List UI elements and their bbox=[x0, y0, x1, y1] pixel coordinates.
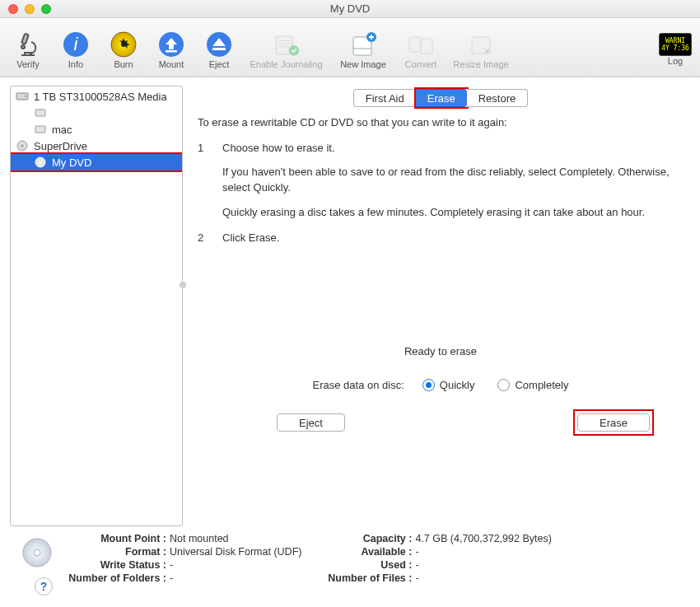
erase-options: Erase data on disc: Quickly Completely bbox=[191, 379, 690, 391]
enable-journaling-button: Enable Journaling bbox=[247, 30, 325, 69]
tab-restore[interactable]: Restore bbox=[467, 89, 529, 107]
journal-icon bbox=[272, 30, 301, 59]
resize-image-button: Resize Image bbox=[449, 30, 513, 69]
sidebar: 1 TB ST31000528AS Media mac bbox=[10, 86, 183, 526]
mount-label: Mount bbox=[159, 59, 184, 69]
tree-item-mydvd[interactable]: My DVD bbox=[11, 154, 182, 170]
resize-image-label: Resize Image bbox=[453, 59, 508, 69]
step-1a: If you haven't been able to save to or r… bbox=[198, 165, 687, 196]
tree-item-label: SuperDrive bbox=[34, 140, 87, 152]
info-col-1: Mount Point :Not mounted Format :Univers… bbox=[59, 533, 301, 599]
svg-rect-7 bbox=[166, 50, 177, 53]
eject-disc-button[interactable]: Eject bbox=[277, 413, 345, 432]
ready-label: Ready to erase bbox=[191, 345, 690, 357]
burn-label: Burn bbox=[114, 59, 133, 69]
svg-point-27 bbox=[40, 161, 42, 164]
tree-item-volume[interactable] bbox=[11, 105, 182, 121]
info-col-2: Capacity :4.7 GB (4,700,372,992 Bytes) A… bbox=[320, 533, 551, 599]
new-image-icon bbox=[348, 30, 378, 59]
convert-button: Convert bbox=[401, 30, 441, 69]
window-controls bbox=[0, 4, 51, 14]
volume-icon bbox=[34, 106, 47, 119]
erase-radio-label: Erase data on disc: bbox=[313, 379, 404, 391]
svg-rect-23 bbox=[35, 126, 45, 133]
info-button[interactable]: i Info bbox=[56, 30, 96, 69]
step-1b: Quickly erasing a disc takes a few minut… bbox=[198, 205, 687, 221]
svg-point-21 bbox=[25, 96, 26, 97]
burn-icon bbox=[109, 30, 138, 59]
svg-rect-22 bbox=[35, 110, 45, 116]
log-label: Log bbox=[668, 56, 683, 66]
svg-rect-18 bbox=[421, 39, 432, 54]
verify-button[interactable]: Verify bbox=[8, 30, 48, 69]
radio-icon bbox=[422, 379, 435, 391]
titlebar: My DVD bbox=[0, 0, 700, 18]
eject-icon bbox=[204, 30, 234, 59]
tree-item-superdrive[interactable]: SuperDrive bbox=[11, 138, 182, 154]
mount-button[interactable]: Mount bbox=[152, 30, 191, 69]
svg-rect-9 bbox=[212, 48, 226, 50]
tree-item-label: mac bbox=[52, 124, 72, 136]
enable-journaling-label: Enable Journaling bbox=[250, 59, 322, 69]
toolbar: Verify i Info Burn Mount Eject bbox=[0, 18, 700, 77]
erase-disc-button[interactable]: Erase bbox=[577, 413, 650, 432]
svg-point-1 bbox=[21, 45, 25, 49]
action-buttons: Eject Erase bbox=[191, 411, 690, 434]
eject-button[interactable]: Eject bbox=[199, 30, 239, 69]
panes: 1 TB ST31000528AS Media mac bbox=[10, 86, 690, 526]
volume-icon bbox=[34, 123, 47, 136]
hdd-icon bbox=[16, 90, 29, 103]
info-icon: i bbox=[61, 30, 91, 59]
svg-point-25 bbox=[21, 145, 24, 147]
erase-button-highlight: Erase bbox=[575, 411, 652, 434]
mount-icon bbox=[156, 30, 186, 59]
log-icon: WARNI 4Y 7:36 bbox=[659, 33, 692, 56]
tab-erase-highlight: Erase bbox=[416, 89, 467, 107]
tree-item-mac[interactable]: mac bbox=[11, 121, 182, 138]
app-window: My DVD Verify i Info Burn Mount bbox=[0, 0, 700, 607]
tab-bar: First Aid Erase Restore bbox=[191, 89, 690, 107]
main-panel: First Aid Erase Restore To erase a rewri… bbox=[191, 86, 690, 526]
eject-label: Eject bbox=[209, 59, 229, 69]
step-1: 1 Choose how to erase it. bbox=[198, 141, 687, 156]
radio-completely[interactable]: Completely bbox=[497, 379, 568, 391]
new-image-button[interactable]: New Image bbox=[334, 30, 393, 69]
tab-erase[interactable]: Erase bbox=[416, 89, 467, 107]
tree-item-hdd[interactable]: 1 TB ST31000528AS Media bbox=[11, 88, 182, 105]
disc-icon bbox=[34, 156, 47, 169]
tree-item-label: My DVD bbox=[52, 156, 91, 169]
help-button[interactable]: ? bbox=[35, 577, 53, 595]
verify-label: Verify bbox=[16, 59, 40, 69]
svg-point-5 bbox=[121, 42, 126, 47]
radio-icon bbox=[497, 379, 510, 391]
svg-point-29 bbox=[34, 549, 40, 556]
erase-instructions: To erase a rewritable CD or DVD so that … bbox=[191, 115, 690, 254]
info-label: Info bbox=[68, 59, 83, 69]
step-2: 2 Click Erase. bbox=[198, 231, 687, 246]
body: 1 TB ST31000528AS Media mac bbox=[0, 77, 700, 607]
convert-label: Convert bbox=[405, 59, 437, 69]
svg-rect-0 bbox=[21, 33, 29, 44]
radio-quickly[interactable]: Quickly bbox=[422, 379, 475, 391]
intro-text: To erase a rewritable CD or DVD so that … bbox=[198, 115, 687, 131]
svg-rect-17 bbox=[409, 37, 421, 52]
zoom-icon[interactable] bbox=[41, 4, 51, 14]
disk-info: Mount Point :Not mounted Format :Univers… bbox=[10, 526, 690, 602]
minimize-icon[interactable] bbox=[25, 4, 35, 14]
burn-button[interactable]: Burn bbox=[104, 30, 143, 69]
tree-item-label: 1 TB ST31000528AS Media bbox=[34, 91, 167, 103]
resize-icon bbox=[466, 30, 496, 59]
convert-icon bbox=[406, 30, 436, 59]
close-icon[interactable] bbox=[8, 4, 18, 14]
tab-first-aid[interactable]: First Aid bbox=[353, 89, 416, 107]
microscope-icon bbox=[13, 30, 43, 59]
resize-handle-icon[interactable] bbox=[180, 282, 186, 288]
window-title: My DVD bbox=[0, 2, 700, 15]
new-image-label: New Image bbox=[340, 59, 386, 69]
optical-drive-icon bbox=[16, 139, 29, 152]
log-button[interactable]: WARNI 4Y 7:36 Log bbox=[659, 33, 692, 66]
device-tree: 1 TB ST31000528AS Media mac bbox=[11, 88, 182, 170]
